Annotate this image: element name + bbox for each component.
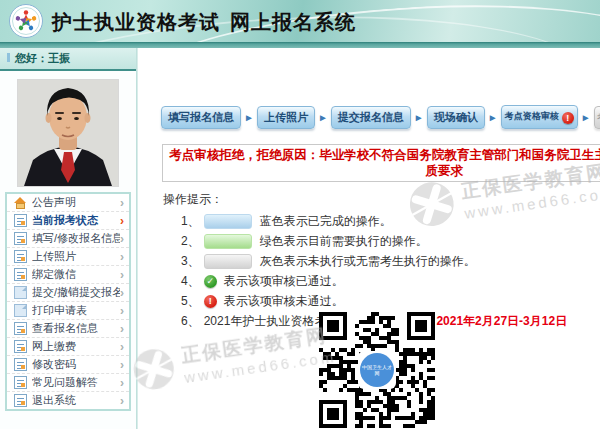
greeting-tick-icon	[7, 53, 10, 62]
step-arrow-icon: ►	[488, 112, 498, 123]
sidebar-item-announcements[interactable]: 公告声明›	[7, 194, 129, 212]
chevron-right-icon: ›	[120, 341, 124, 353]
sidebar-item-submit-withdraw[interactable]: 提交/撤销提交报名›	[7, 284, 129, 302]
tip-row-passed: 4、 ✓ 表示该项审核已通过。	[181, 274, 600, 288]
sidebar-item-view-info[interactable]: 查看报名信息›	[7, 320, 129, 338]
green-swatch-icon	[204, 234, 252, 249]
rejection-warning: 考点审核拒绝，拒绝原因：毕业学校不符合国务院教育主管部门和国务院卫生主管部门规定…	[162, 144, 600, 182]
page-title: 护士执业资格考试网上报名系统	[52, 9, 356, 36]
home-icon	[14, 196, 27, 209]
tip-row-green: 2、 绿色表示目前需要执行的操作。	[181, 234, 600, 248]
chevron-right-icon: ›	[120, 269, 124, 281]
form-icon	[14, 214, 27, 227]
page: 护士执业资格考试网上报名系统 您好：王振	[0, 0, 600, 429]
chevron-right-icon: ›	[120, 323, 124, 335]
sidebar-item-logout[interactable]: 退出系统›	[7, 392, 129, 409]
page-icon	[14, 286, 27, 299]
sidebar-item-online-payment[interactable]: 网上缴费›	[7, 338, 129, 356]
step-site-review: 考点资格审核!	[501, 105, 578, 129]
page-title-part2: 网上报名系统	[230, 11, 356, 33]
step-arrow-icon: ►	[318, 112, 328, 123]
wechat-qr-code: 中国卫生人才网	[319, 312, 435, 428]
form-icon	[14, 268, 27, 281]
check-circle-icon: ✓	[204, 275, 217, 288]
chevron-right-icon: ›	[120, 287, 124, 299]
step-onsite-confirm: 现场确认	[427, 106, 485, 129]
chevron-right-icon: ›	[120, 359, 124, 371]
qr-center-logo: 中国卫生人才网	[360, 353, 394, 387]
page-icon	[14, 304, 27, 317]
tips-title: 操作提示：	[163, 191, 600, 208]
sidebar-item-upload-photo[interactable]: 上传照片›	[7, 248, 129, 266]
chevron-right-icon: ›	[120, 377, 124, 389]
step-upload-photo: 上传照片	[257, 106, 315, 129]
step-arrow-icon: ►	[581, 112, 591, 123]
form-icon	[14, 358, 27, 371]
chevron-right-icon: ›	[120, 197, 124, 209]
step-arrow-icon: ►	[244, 112, 254, 123]
form-icon	[14, 250, 27, 263]
sidebar: 您好：王振 公告声明› 当前报考状态›	[0, 48, 137, 429]
sidebar-item-current-status[interactable]: 当前报考状态›	[7, 212, 129, 230]
tip-row-failed: 5、 ! 表示该项审核未通过。	[181, 294, 600, 308]
payment-date-range: 2021年2月27日-3月12日	[436, 313, 567, 330]
progress-steps: 填写报名信息 ► 上传照片 ► 提交报名信息 ► 现场确认 ► 考点资格审核! …	[161, 105, 600, 129]
greeting-text: 您好：王振	[15, 52, 70, 64]
form-icon	[14, 340, 27, 353]
chevron-right-icon: ›	[120, 251, 124, 263]
chevron-right-icon: ›	[120, 305, 124, 317]
sidebar-item-print-form[interactable]: 打印申请表›	[7, 302, 129, 320]
candidate-photo	[17, 79, 119, 187]
form-icon	[14, 232, 27, 245]
rejected-badge-icon: !	[562, 112, 574, 124]
sidebar-item-edit-info[interactable]: 填写/修改报名信息›	[7, 230, 129, 248]
step-district-review: 考区资格审核	[594, 106, 600, 129]
tip-row-gray: 3、 灰色表示未执行或无需考生执行的操作。	[181, 254, 600, 268]
step-arrow-icon: ►	[414, 112, 424, 123]
sidebar-item-bind-wechat[interactable]: 绑定微信›	[7, 266, 129, 284]
chevron-right-icon: ›	[120, 395, 124, 407]
step-fill-info: 填写报名信息	[161, 106, 241, 129]
gray-swatch-icon	[204, 254, 252, 269]
page-title-part1: 护士执业资格考试	[52, 11, 220, 33]
operation-tips: 操作提示： 1、 蓝色表示已完成的操作。 2、 绿色表示目前需要执行的操作。 3…	[163, 191, 600, 328]
sidebar-item-faq[interactable]: 常见问题解答›	[7, 374, 129, 392]
form-icon	[14, 376, 27, 389]
chevron-right-icon: ›	[120, 215, 124, 227]
greeting-bar: 您好：王振	[0, 48, 136, 71]
emblem-star-logo-icon	[9, 4, 43, 38]
alert-circle-icon: !	[204, 295, 217, 308]
chevron-right-icon: ›	[120, 233, 124, 245]
form-icon	[14, 394, 27, 407]
form-icon	[14, 322, 27, 335]
app-header: 护士执业资格考试网上报名系统	[0, 0, 600, 42]
blue-swatch-icon	[204, 214, 252, 229]
sidebar-item-change-password[interactable]: 修改密码›	[7, 356, 129, 374]
tip-row-blue: 1、 蓝色表示已完成的操作。	[181, 214, 600, 228]
sidebar-menu: 公告声明› 当前报考状态› 填写/修改报名信息› 上传照片› 绑定微信› 提交/…	[5, 192, 131, 411]
step-submit-info: 提交报名信息	[331, 106, 411, 129]
